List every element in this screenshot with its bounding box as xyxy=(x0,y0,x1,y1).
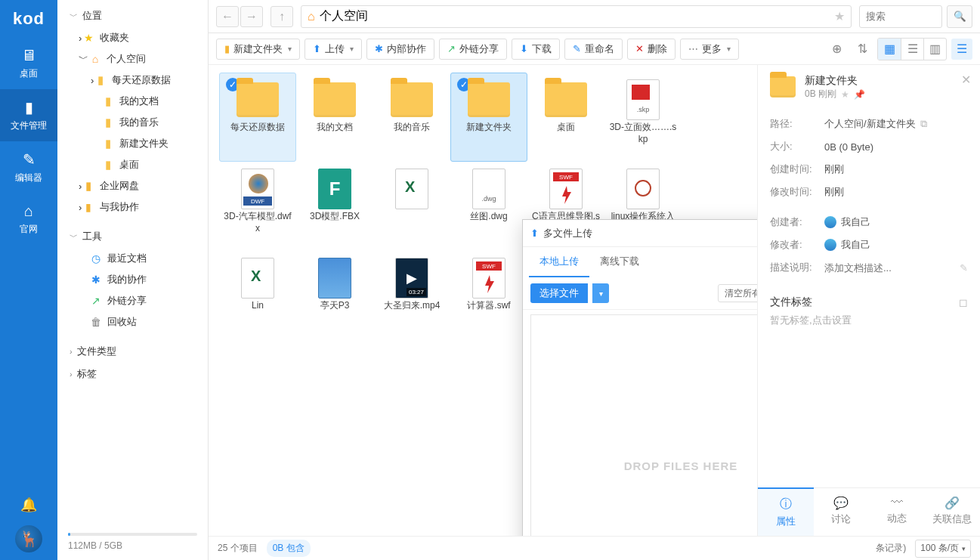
chevron-down-icon: ▾ xyxy=(350,45,354,53)
bookmark-icon[interactable]: ◻ xyxy=(959,296,968,308)
file-item[interactable]: 亭天P3 xyxy=(296,251,373,340)
file-item[interactable]: 我的文档 xyxy=(296,73,373,162)
view-column-button[interactable]: ▥ xyxy=(923,39,946,60)
chevron-down-icon: ▾ xyxy=(727,45,731,53)
tree-trash[interactable]: 🗑回收站 xyxy=(57,311,208,333)
tree-item[interactable]: ▮桌面 xyxy=(57,154,208,175)
rail-desktop[interactable]: 🖥桌面 xyxy=(0,38,57,89)
rail-files[interactable]: ▮文件管理 xyxy=(0,89,57,141)
forward-button[interactable]: → xyxy=(240,6,263,27)
tree-filetype[interactable]: ›文件类型 xyxy=(57,340,208,363)
folder-icon: ▮ xyxy=(25,98,33,116)
file-item[interactable]: DWF3D-汽车模型.dwfx xyxy=(219,162,296,251)
search-button[interactable]: 🔍 xyxy=(947,5,972,28)
tree-mycollab[interactable]: ✱我的协作 xyxy=(57,269,208,290)
tree-external[interactable]: ↗外链分享 xyxy=(57,290,208,311)
close-button[interactable]: ✕ xyxy=(961,73,971,87)
select-files-caret[interactable]: ▾ xyxy=(592,283,609,303)
tree-item[interactable]: ›▮每天还原数据 xyxy=(57,70,208,91)
upload-button[interactable]: ⬆上传▾ xyxy=(305,39,362,60)
tree-recent[interactable]: ◷最近文档 xyxy=(57,248,208,269)
tab-discuss[interactable]: 💬讨论 xyxy=(814,488,870,536)
back-button[interactable]: ← xyxy=(216,6,239,27)
tree-favorites[interactable]: ›★收藏夹 xyxy=(57,27,208,48)
home-icon: ⌂ xyxy=(88,52,102,66)
tree-collab[interactable]: ›▮与我协作 xyxy=(57,196,208,218)
tree-item[interactable]: ▮新建文件夹 xyxy=(57,133,208,154)
drop-zone[interactable]: DROP FILES HERE xyxy=(530,314,757,536)
file-item[interactable]: ✓每天还原数据 xyxy=(219,73,296,162)
detail-ctime: 刚刚 xyxy=(824,162,968,176)
page-size-select[interactable]: 100 条/页▾ xyxy=(915,540,971,558)
zoom-button[interactable]: ⊕ xyxy=(826,39,847,60)
rail-website[interactable]: ⌂官网 xyxy=(0,193,57,245)
tree-tags[interactable]: ›标签 xyxy=(57,363,208,385)
bell-icon[interactable]: 🔔 xyxy=(20,497,37,513)
detail-pane-toggle[interactable]: ☰ xyxy=(951,39,972,60)
file-item[interactable]: 桌面 xyxy=(527,73,604,162)
search-input[interactable] xyxy=(859,5,942,28)
file-item[interactable]: X xyxy=(373,162,450,251)
breadcrumb[interactable]: ⌂ 个人空间 ★ xyxy=(301,5,852,28)
rail-editor[interactable]: ✎编辑器 xyxy=(0,141,57,193)
file-name: 丝图.dwg xyxy=(470,211,507,223)
copy-icon[interactable]: ⧉ xyxy=(920,118,927,130)
internal-collab-button[interactable]: ✱内部协作 xyxy=(366,39,434,60)
file-item[interactable]: .dwg丝图.dwg xyxy=(450,162,527,251)
file-item[interactable]: 我的音乐 xyxy=(373,73,450,162)
file-thumb xyxy=(311,256,359,300)
app-rail: kod 🖥桌面 ▮文件管理 ✎编辑器 ⌂官网 🔔 🦌 xyxy=(0,0,57,560)
description-input[interactable] xyxy=(824,262,955,274)
view-list-button[interactable]: ☰ xyxy=(901,39,923,60)
detail-subtitle: 0B 刚刚★📌 xyxy=(805,88,865,101)
disk-icon: ▮ xyxy=(82,179,95,193)
trash-icon: 🗑 xyxy=(89,315,103,329)
tab-properties[interactable]: ⓘ属性 xyxy=(758,487,814,536)
file-thumb: SWF xyxy=(542,167,590,211)
delete-button[interactable]: ✕删除 xyxy=(627,39,675,60)
file-name: 每天还原数据 xyxy=(230,122,285,134)
select-files-button[interactable]: 选择文件 xyxy=(530,283,588,303)
tree-location[interactable]: ﹀位置 xyxy=(57,5,208,27)
up-button[interactable]: ↑ xyxy=(271,6,293,27)
file-item[interactable]: XLin xyxy=(219,251,296,340)
new-folder-button[interactable]: ▮新建文件夹▾ xyxy=(216,39,300,60)
tree-enterprise[interactable]: ›▮企业网盘 xyxy=(57,175,208,196)
tree-personal[interactable]: ﹀⌂个人空间 xyxy=(57,48,208,70)
tab-remote-download[interactable]: 离线下载 xyxy=(589,247,650,277)
tags-empty[interactable]: 暂无标签,点击设置 xyxy=(758,314,980,336)
file-name: 3D-汽车模型.dwfx xyxy=(223,211,292,234)
file-item[interactable]: SWF计算器.swf xyxy=(450,251,527,340)
rename-button[interactable]: ✎重命名 xyxy=(564,39,623,60)
edit-icon[interactable]: ✎ xyxy=(960,262,968,274)
star-icon[interactable]: ★ xyxy=(841,89,849,100)
tab-local-upload[interactable]: 本地上传 xyxy=(529,247,589,277)
detail-creator: 我自己 xyxy=(824,215,968,229)
logo: kod xyxy=(0,0,57,38)
sort-button[interactable]: ⇅ xyxy=(852,39,873,60)
file-item[interactable]: .skp3D-立面效…….skp xyxy=(604,73,682,162)
tab-related[interactable]: 🔗关联信息 xyxy=(925,488,981,536)
clear-all-button[interactable]: 清空所有 xyxy=(718,284,757,302)
file-item[interactable]: ✓新建文件夹 xyxy=(450,73,527,162)
external-share-button[interactable]: ↗外链分享 xyxy=(439,39,507,60)
tree-item[interactable]: ▮我的音乐 xyxy=(57,112,208,133)
history-count: 条记录) xyxy=(876,542,906,555)
home-icon: ⌂ xyxy=(308,10,315,23)
download-button[interactable]: ⬇下载 xyxy=(512,39,560,60)
avatar[interactable]: 🦌 xyxy=(15,525,42,552)
file-item[interactable]: 3D模型.FBX xyxy=(296,162,373,251)
tab-activity[interactable]: 〰动态 xyxy=(869,488,925,536)
topbar: ← → ↑ ⌂ 个人空间 ★ 🔍 xyxy=(209,0,980,33)
tree-tools[interactable]: ﹀工具 xyxy=(57,225,208,248)
tree-item[interactable]: ▮我的文档 xyxy=(57,91,208,112)
detail-tabs: ⓘ属性 💬讨论 〰动态 🔗关联信息 xyxy=(758,487,980,536)
pin-icon[interactable]: 📌 xyxy=(854,89,865,100)
file-thumb: X xyxy=(233,256,282,300)
star-icon[interactable]: ★ xyxy=(834,9,845,23)
upload-icon: ⬆ xyxy=(530,227,539,239)
more-button[interactable]: ⋯更多▾ xyxy=(680,39,739,60)
file-thumb: .skp xyxy=(619,78,667,122)
file-item[interactable]: ▶03:27大圣归来.mp4 xyxy=(373,251,450,340)
view-grid-button[interactable]: ▦ xyxy=(878,39,901,60)
